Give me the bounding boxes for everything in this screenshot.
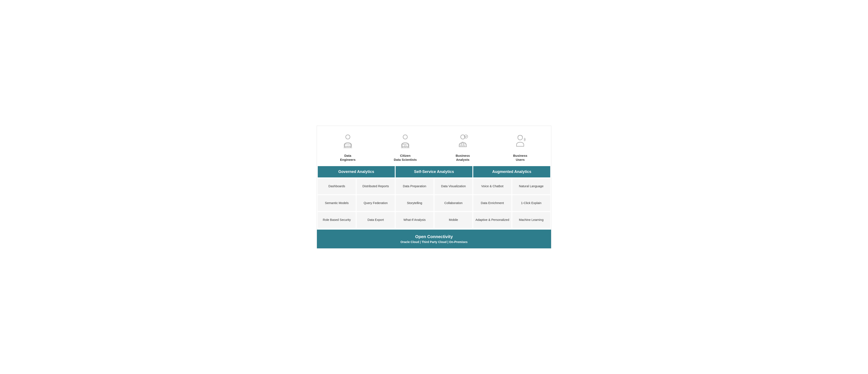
persona-data-engineers-label: DataEngineers	[340, 154, 355, 162]
business-users-icon	[510, 132, 530, 151]
cell-collaboration: Collaboration	[434, 195, 472, 211]
persona-business-users-label: BusinessUsers	[513, 154, 527, 162]
persona-business-users: BusinessUsers	[492, 132, 549, 162]
svg-text:</>: </>	[346, 145, 350, 147]
persona-business-analysts-label: BusinessAnalysts	[456, 154, 470, 162]
grid-section: Dashboards Distributed Reports Semantic …	[317, 177, 551, 229]
augmented-analytics-block: Voice & Chatbot Natural Language Data En…	[473, 178, 550, 228]
cell-data-export: Data Export	[356, 212, 395, 228]
cell-1-click-explain: 1-Click Explain	[512, 195, 550, 211]
persona-data-engineers: </> DataEngineers	[319, 132, 377, 162]
augmented-analytics-header: Augmented Analytics	[473, 166, 550, 177]
data-engineers-icon: </>	[338, 132, 358, 151]
footer: Open Connectivity Oracle Cloud | Third P…	[317, 230, 551, 248]
cell-voice-chatbot: Voice & Chatbot	[473, 178, 511, 194]
persona-citizen-data-scientists-label: CitizenData Scientists	[394, 154, 417, 162]
business-analysts-icon	[453, 132, 472, 151]
diagram-container: </> DataEngineers	[317, 126, 551, 248]
citizen-data-scientists-icon	[396, 132, 415, 151]
governed-analytics-block: Dashboards Distributed Reports Semantic …	[318, 178, 395, 228]
svg-point-4	[403, 135, 407, 139]
cell-role-based-security: Role Based Security	[318, 212, 356, 228]
cell-data-visualization: Data Visualization	[434, 178, 472, 194]
svg-point-21	[518, 135, 523, 140]
cell-machine-learning: Machine Learning	[512, 212, 550, 228]
category-headers: Governed Analytics Self-Service Analytic…	[317, 166, 551, 177]
self-service-analytics-block: Data Preparation Data Visualization Stor…	[396, 178, 473, 228]
persona-business-analysts: BusinessAnalysts	[434, 132, 492, 162]
footer-subtitle: Oracle Cloud | Third Party Cloud | On-Pr…	[319, 240, 549, 244]
cell-what-if-analysis: What-If Analysis	[396, 212, 434, 228]
cell-mobile: Mobile	[434, 212, 472, 228]
footer-title: Open Connectivity	[319, 234, 549, 239]
cell-data-preparation: Data Preparation	[396, 178, 434, 194]
svg-line-14	[406, 145, 406, 145]
cell-data-enrichment: Data Enrichment	[473, 195, 511, 211]
cell-query-federation: Query Federation	[356, 195, 395, 211]
personas-row: </> DataEngineers	[317, 126, 551, 166]
cell-adaptive-personalized: Adaptive & Personalized	[473, 212, 511, 228]
svg-line-13	[406, 146, 406, 147]
svg-line-15	[404, 146, 405, 147]
cell-dashboards: Dashboards	[318, 178, 356, 194]
svg-line-12	[404, 145, 405, 145]
svg-rect-17	[460, 143, 461, 146]
persona-citizen-data-scientists: CitizenData Scientists	[377, 132, 434, 162]
cell-storytelling: Storytelling	[396, 195, 434, 211]
cell-semantic-models: Semantic Models	[318, 195, 356, 211]
cell-distributed-reports: Distributed Reports	[356, 178, 395, 194]
cell-natural-language: Natural Language	[512, 178, 550, 194]
self-service-analytics-header: Self-Service Analytics	[396, 166, 473, 177]
governed-analytics-header: Governed Analytics	[318, 166, 395, 177]
svg-point-0	[346, 135, 350, 139]
